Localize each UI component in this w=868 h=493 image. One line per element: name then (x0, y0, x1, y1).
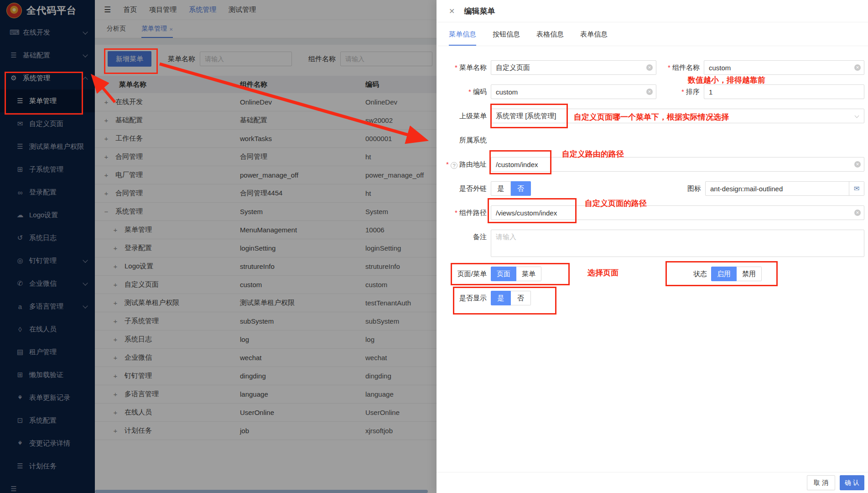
visible-segmented: 是否 (491, 291, 531, 305)
page-menu-segmented: 页面菜单 (491, 267, 541, 281)
drawer-header: 编辑菜单 (437, 0, 868, 22)
drawer-title: 编辑菜单 (464, 6, 495, 16)
code-label: 编码 (437, 84, 491, 99)
external-link-label: 是否外链 (437, 181, 491, 196)
icon-field-label: 图标 (658, 181, 705, 196)
edit-menu-drawer: 编辑菜单 菜单信息按钮信息表格信息表单信息 菜单名称 组件名称 编码 排序 (437, 0, 868, 493)
icon-input[interactable] (705, 181, 864, 196)
chevron-down-icon (855, 114, 859, 118)
drawer-footer: 取 消 确 认 (437, 472, 868, 493)
segment-option-否[interactable]: 否 (511, 181, 531, 196)
cancel-button[interactable]: 取 消 (807, 475, 835, 490)
clear-icon[interactable] (646, 64, 653, 71)
segment-option-禁用[interactable]: 禁用 (737, 267, 762, 281)
clear-icon[interactable] (854, 161, 861, 168)
comp-path-label: 组件路径 (437, 205, 491, 220)
parent-menu-value: 系统管理 [系统管理] (496, 112, 556, 120)
drawer-tabs: 菜单信息按钮信息表格信息表单信息 (437, 22, 868, 46)
comp-name-label: 组件名称 (656, 60, 704, 75)
parent-menu-label: 上级菜单 (437, 109, 491, 123)
sort-label: 排序 (656, 84, 704, 99)
segment-option-菜单[interactable]: 菜单 (516, 267, 541, 281)
status-label: 状态 (686, 267, 711, 281)
segment-option-否[interactable]: 否 (511, 291, 531, 305)
clear-icon[interactable] (646, 89, 653, 95)
menu-name-input[interactable] (491, 60, 656, 75)
question-circle-icon (451, 162, 457, 169)
status-segmented: 启用禁用 (711, 267, 762, 281)
sort-input[interactable] (704, 84, 864, 99)
comp-name-input[interactable] (704, 60, 864, 75)
drawer-tab-表格信息[interactable]: 表格信息 (536, 30, 564, 46)
remark-label: 备注 (437, 230, 491, 244)
drawer-tab-菜单信息[interactable]: 菜单信息 (449, 30, 476, 46)
route-input[interactable] (491, 157, 864, 172)
segment-option-是[interactable]: 是 (491, 181, 511, 196)
drawer-tab-表单信息[interactable]: 表单信息 (580, 30, 608, 46)
drawer-tab-按钮信息[interactable]: 按钮信息 (493, 30, 520, 46)
confirm-button[interactable]: 确 认 (840, 475, 864, 490)
clear-icon[interactable] (854, 210, 861, 216)
system-label: 所属系统 (437, 133, 491, 147)
segment-option-是[interactable]: 是 (491, 291, 511, 305)
segment-option-启用[interactable]: 启用 (711, 267, 737, 281)
segment-option-页面[interactable]: 页面 (491, 267, 516, 281)
comp-path-input[interactable] (491, 205, 864, 220)
menu-name-label: 菜单名称 (437, 60, 491, 75)
menu-info-form: 菜单名称 组件名称 编码 排序 上级菜单 (437, 50, 868, 472)
external-link-segmented: 是否 (491, 181, 531, 196)
code-input[interactable] (491, 84, 656, 99)
mail-icon[interactable] (849, 182, 864, 195)
remark-textarea[interactable] (491, 230, 864, 257)
visible-label: 是否显示 (437, 291, 491, 305)
route-label: 路由地址 (437, 157, 491, 172)
clear-icon[interactable] (854, 64, 861, 71)
parent-menu-select[interactable]: 系统管理 [系统管理] (491, 109, 864, 123)
close-icon[interactable] (449, 7, 455, 16)
page-menu-label: 页面/菜单 (437, 267, 491, 281)
